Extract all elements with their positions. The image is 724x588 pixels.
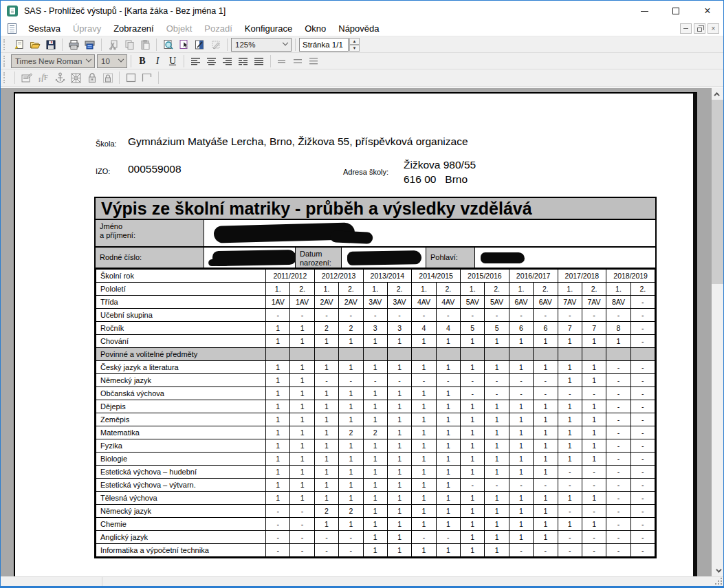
paste-button[interactable]: [137, 38, 153, 52]
align-left-button[interactable]: [188, 54, 204, 68]
page-indicator-field[interactable]: Stránka 1/1: [299, 38, 349, 52]
print-button[interactable]: [66, 38, 82, 52]
print-setup-button[interactable]: [82, 38, 98, 52]
value-cell: -: [387, 309, 411, 322]
line-spacing-1-button[interactable]: [274, 54, 290, 68]
resize-grip[interactable]: [715, 578, 722, 585]
menu-okno[interactable]: Okno: [298, 21, 332, 36]
draw-button[interactable]: [208, 38, 223, 52]
align-block-button[interactable]: [251, 54, 267, 68]
bold-button[interactable]: B: [135, 54, 150, 68]
scrollbar-thumb[interactable]: [712, 100, 723, 284]
menu-upravy[interactable]: Úpravy: [67, 21, 107, 36]
select-cursor-icon: [178, 39, 190, 50]
grid-row: Chování111111111111111-: [96, 335, 655, 348]
menu-zobrazeni[interactable]: Zobrazení: [107, 21, 160, 36]
value-cell: 1: [509, 439, 533, 453]
rectangle-corner-button[interactable]: [139, 71, 155, 85]
menu-objekt[interactable]: Objekt: [160, 21, 199, 36]
value-cell: 1: [485, 335, 509, 348]
value-cell: -: [606, 426, 630, 439]
value-cell: -: [606, 544, 630, 557]
maximize-button[interactable]: [660, 1, 692, 21]
value-cell: 1: [558, 335, 582, 348]
menu-pozadi[interactable]: Pozadí: [198, 21, 238, 36]
toolbar-grip[interactable]: [3, 72, 8, 83]
value-cell: 1: [363, 544, 387, 557]
new-document-button[interactable]: [11, 38, 27, 52]
italic-button[interactable]: I: [150, 54, 165, 68]
cut-button[interactable]: [105, 38, 121, 52]
align-justify-button[interactable]: [235, 54, 251, 68]
value-cell: 2.: [339, 283, 363, 296]
value-cell: 1: [363, 518, 387, 531]
vertical-scrollbar[interactable]: [712, 88, 723, 576]
underline-button[interactable]: U: [165, 54, 180, 68]
line-spacing-15-button[interactable]: [290, 54, 306, 68]
zoom-select[interactable]: 125%: [231, 38, 292, 52]
value-cell: 1: [290, 439, 314, 453]
select-object-button[interactable]: [176, 38, 192, 52]
section-cell: [558, 348, 582, 361]
value-cell: 1: [534, 492, 558, 505]
document-icon[interactable]: [8, 23, 17, 34]
scroll-up-button[interactable]: [712, 88, 723, 100]
font-name-select[interactable]: Times New Roman: [11, 54, 95, 68]
name-label: Jméno a příjmení:: [96, 220, 204, 246]
value-cell: 1: [412, 544, 436, 557]
zoom-icon: [162, 39, 174, 50]
value-cell: 1: [339, 479, 363, 492]
font-scale-button[interactable]: FfF: [34, 71, 52, 85]
rectangle-button[interactable]: [123, 71, 139, 85]
value-cell: -: [630, 322, 655, 335]
align-right-icon: [223, 57, 232, 65]
school-label: Škola:: [96, 140, 117, 148]
line-spacing-2-button[interactable]: [306, 54, 322, 68]
mdi-minimize-button[interactable]: [680, 23, 692, 34]
school-year-cell: 2012/2013: [314, 270, 363, 283]
grid-pane-button[interactable]: [68, 71, 84, 85]
anchor-button[interactable]: [52, 71, 68, 85]
section-cell: [412, 348, 436, 361]
form-fields-button[interactable]: [192, 38, 208, 52]
row-label: Pololetí: [96, 283, 266, 296]
value-cell: 1: [436, 518, 460, 531]
row-label: Informatika a výpočetní technika: [96, 544, 266, 557]
toolbar-grip[interactable]: [3, 39, 8, 50]
mdi-restore-button[interactable]: [694, 23, 705, 34]
value-cell: 1: [290, 400, 314, 413]
menu-sestava[interactable]: Sestava: [22, 21, 67, 36]
menu-konfigurace[interactable]: Konfigurace: [239, 21, 298, 36]
zoom-mode-button[interactable]: [160, 38, 176, 52]
value-cell: 1: [314, 479, 338, 492]
font-size-select[interactable]: 10: [97, 54, 127, 68]
section-cell: [534, 348, 558, 361]
value-cell: -: [630, 544, 655, 557]
value-cell: 1: [534, 453, 558, 466]
page-down-button[interactable]: ▼: [349, 45, 360, 52]
object-properties-button[interactable]: [19, 71, 34, 85]
page-up-button[interactable]: ▲: [349, 38, 360, 45]
value-cell: 1: [363, 466, 387, 479]
lock-frame-button[interactable]: [100, 71, 116, 85]
scroll-down-button[interactable]: [712, 565, 723, 576]
value-cell: 7AV: [558, 296, 582, 309]
value-cell: 2: [314, 505, 338, 518]
rectangle-icon: [126, 73, 136, 83]
document-viewer: Škola: Gymnázium Matyáše Lercha, Brno, Ž…: [1, 87, 723, 576]
toolbar-grip[interactable]: [3, 56, 8, 67]
lock-button[interactable]: [84, 71, 100, 85]
value-cell: 1: [266, 439, 290, 453]
close-button[interactable]: ×: [692, 1, 723, 21]
minimize-button[interactable]: [628, 1, 660, 21]
open-button[interactable]: [27, 38, 43, 52]
save-button[interactable]: [43, 38, 58, 52]
menu-napoveda[interactable]: Nápověda: [332, 21, 385, 36]
align-right-button[interactable]: [219, 54, 235, 68]
value-cell: 1: [266, 453, 290, 466]
mdi-close-button[interactable]: ×: [707, 23, 719, 34]
value-cell: 1: [509, 335, 533, 348]
align-center-button[interactable]: [204, 54, 219, 68]
grid-row: Estetická výchova – hudební111111111111-…: [96, 466, 655, 479]
copy-button[interactable]: [121, 38, 137, 52]
